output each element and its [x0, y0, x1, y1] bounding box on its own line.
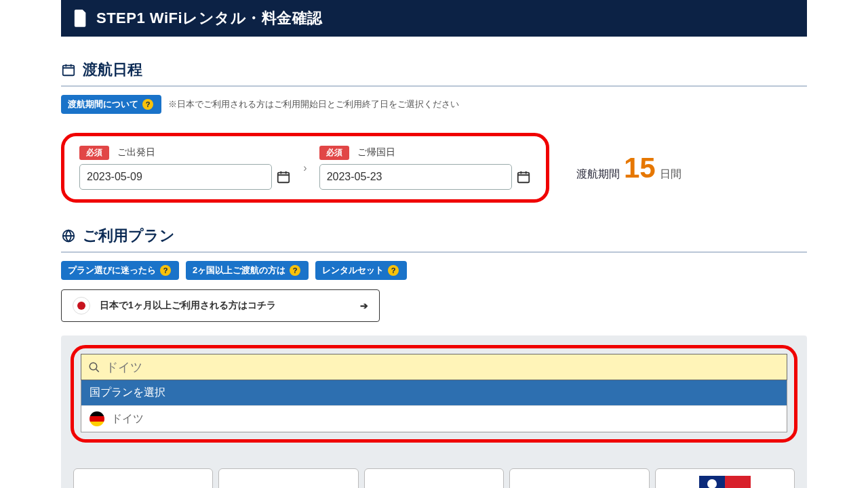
tab-china[interactable]: 中国	[218, 468, 358, 488]
document-icon	[73, 9, 88, 27]
tab-taiwan[interactable]: 台湾	[655, 468, 795, 488]
chevron-right-icon: ›	[303, 162, 307, 174]
japan-long-term-cta[interactable]: 日本で1ヶ月以上ご利用される方はコチラ ➔	[61, 289, 380, 322]
tab-usa[interactable]: アメリカ本土	[73, 468, 213, 488]
pill-plan-tips-label: プラン選びに迷ったら	[68, 264, 156, 277]
svg-rect-2	[518, 173, 530, 183]
return-label: ご帰国日	[357, 146, 395, 157]
country-dropdown: 国プランを選択 ドイツ	[81, 380, 787, 432]
pill-plan-tips[interactable]: プラン選びに迷ったら ?	[61, 261, 179, 280]
required-tag-ret: 必須	[319, 146, 349, 160]
departure-label: ご出発日	[117, 146, 155, 157]
calendar-icon[interactable]	[516, 169, 531, 184]
pill-multi-country-label: 2ヶ国以上ご渡航の方は	[193, 264, 285, 277]
pill-multi-country[interactable]: 2ヶ国以上ご渡航の方は ?	[186, 261, 309, 280]
help-icon: ?	[142, 99, 153, 110]
help-icon: ?	[290, 265, 300, 276]
flag-germany-icon	[90, 411, 104, 426]
section-title-plan: ご利用プラン	[61, 226, 807, 253]
arrow-right-icon: ➔	[360, 300, 368, 311]
help-icon: ?	[388, 265, 399, 276]
period-unit: 日間	[660, 167, 682, 182]
pill-travel-period-info[interactable]: 渡航期間について ?	[61, 95, 161, 114]
country-search-input[interactable]	[106, 360, 780, 374]
svg-rect-0	[63, 66, 75, 76]
help-icon: ?	[160, 265, 171, 276]
globe-icon	[61, 228, 76, 243]
section-title-plan-text: ご利用プラン	[83, 226, 175, 246]
travel-period-summary: 渡航期間 15 日間	[576, 154, 682, 182]
pill-travel-period-info-label: 渡航期間について	[68, 98, 138, 110]
country-search-box[interactable]	[81, 354, 787, 380]
section-title-travel: 渡航日程	[61, 60, 807, 87]
return-date-input[interactable]	[319, 164, 512, 190]
section-travel-dates: 渡航日程 渡航期間について ? ※日本でご利用される方はご利用開始日とご利用終了…	[61, 60, 807, 203]
travel-note: ※日本でご利用される方はご利用開始日とご利用終了日をご選択ください	[168, 98, 459, 110]
step-title: STEP1 WiFiレンタル・料金確認	[96, 8, 323, 28]
search-icon	[88, 361, 100, 373]
country-dropdown-header: 国プランを選択	[81, 380, 787, 405]
flag-japan-icon	[73, 297, 90, 314]
departure-date-input[interactable]	[79, 164, 272, 190]
period-label: 渡航期間	[576, 167, 620, 182]
period-days: 15	[624, 154, 656, 182]
pill-rental-set-label: レンタルセット	[322, 264, 384, 277]
japan-long-term-cta-label: 日本で1ヶ月以上ご利用される方はコチラ	[100, 300, 276, 312]
country-option-germany[interactable]: ドイツ	[81, 405, 787, 432]
step-header: STEP1 WiFiレンタル・料金確認	[61, 0, 807, 37]
section-plan: ご利用プラン プラン選びに迷ったら ? 2ヶ国以上ご渡航の方は ? レンタルセッ…	[61, 226, 807, 488]
tab-hawaii[interactable]: ハワイ	[509, 468, 649, 488]
svg-point-4	[90, 363, 97, 370]
pill-rental-set[interactable]: レンタルセット ?	[315, 261, 407, 280]
section-title-travel-text: 渡航日程	[83, 60, 142, 80]
tab-korea[interactable]: 韓国	[364, 468, 504, 488]
svg-rect-1	[278, 173, 290, 183]
date-range-highlight: 必須 ご出発日 › 必須 ご帰国日	[61, 133, 549, 203]
country-option-germany-label: ドイツ	[111, 412, 144, 426]
flag-taiwan-icon	[699, 476, 751, 488]
required-tag-dep: 必須	[79, 146, 109, 160]
calendar-icon[interactable]	[276, 169, 291, 184]
plan-panel: 国プランを選択 ドイツ アメリカ本土 中国 韓国	[61, 336, 807, 488]
country-search-highlight: 国プランを選択 ドイツ	[71, 345, 797, 443]
calendar-icon	[61, 62, 76, 77]
